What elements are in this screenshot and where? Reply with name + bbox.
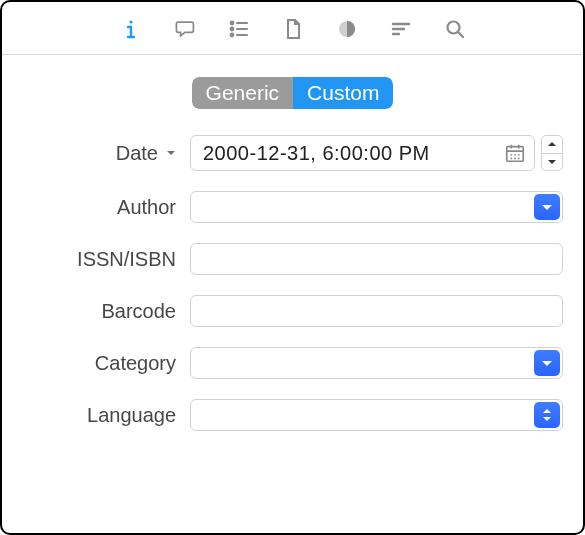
issn-label: ISSN/ISBN [77,248,176,271]
row-category: Category [22,347,563,379]
document-icon[interactable] [280,16,306,42]
calendar-icon[interactable] [504,142,526,164]
row-barcode: Barcode [22,295,563,327]
svg-point-0 [129,20,132,23]
tab-generic[interactable]: Generic [192,77,294,109]
category-combo[interactable] [190,347,563,379]
toolbar [2,2,583,55]
info-icon[interactable] [118,16,144,42]
barcode-input[interactable] [190,295,563,327]
date-value: 2000-12-31, 6:00:00 PM [203,142,498,165]
author-label: Author [117,196,176,219]
date-stepper[interactable] [541,135,563,171]
author-combo[interactable] [190,191,563,223]
search-icon[interactable] [442,16,468,42]
svg-point-2 [230,28,233,31]
issn-input[interactable] [190,243,563,275]
svg-point-1 [230,22,233,25]
stepper-up[interactable] [542,136,562,154]
tab-custom[interactable]: Custom [293,77,393,109]
chevron-down-icon[interactable] [166,148,176,158]
comment-icon[interactable] [172,16,198,42]
row-author: Author [22,191,563,223]
category-label: Category [95,352,176,375]
language-label: Language [87,404,176,427]
moon-icon[interactable] [334,16,360,42]
segmented-control: Generic Custom [2,77,583,109]
stepper-down[interactable] [542,154,562,171]
filter-lines-icon[interactable] [388,16,414,42]
author-dropdown-button[interactable] [534,194,560,220]
date-label: Date [116,142,158,165]
category-dropdown-button[interactable] [534,350,560,376]
language-popup-button[interactable] [534,402,560,428]
row-language: Language [22,399,563,431]
language-combo[interactable] [190,399,563,431]
svg-point-3 [230,34,233,37]
barcode-label: Barcode [102,300,177,323]
row-date: Date 2000-12-31, 6:00:00 PM [22,135,563,171]
date-input[interactable]: 2000-12-31, 6:00:00 PM [190,135,535,171]
metadata-form: Date 2000-12-31, 6:00:00 PM Author [2,135,583,431]
outline-icon[interactable] [226,16,252,42]
row-issn: ISSN/ISBN [22,243,563,275]
